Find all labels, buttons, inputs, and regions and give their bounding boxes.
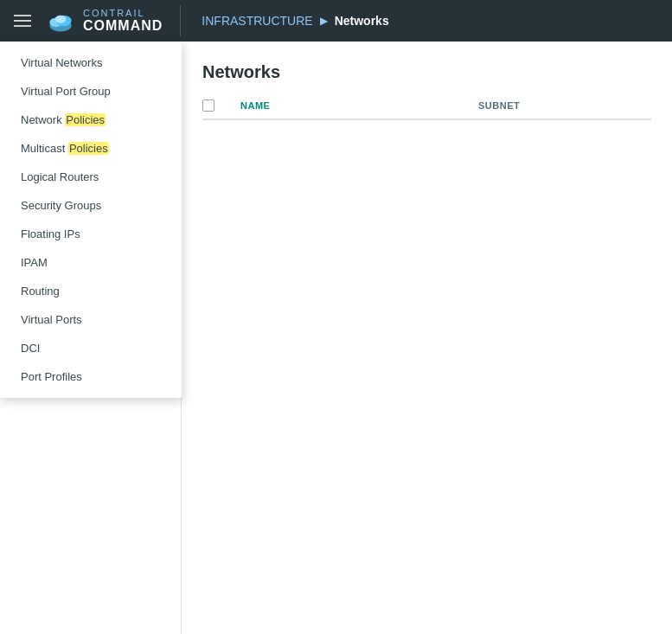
- dropdown-item-virtual-port-group[interactable]: Virtual Port Group: [0, 77, 182, 106]
- highlight-policies: Policies: [68, 142, 109, 155]
- hamburger-menu-icon[interactable]: [14, 15, 31, 27]
- dropdown-item-label: Logical Routers: [21, 170, 99, 183]
- dropdown-wrapper: Virtual Networks Virtual Port Group Netw…: [182, 42, 363, 634]
- dropdown-item-security-groups[interactable]: Security Groups: [0, 191, 182, 220]
- dropdown-item-label: Virtual Ports: [21, 313, 82, 326]
- dropdown-item-multicast-policies[interactable]: Multicast Policies: [0, 134, 182, 163]
- dropdown-item-virtual-ports[interactable]: Virtual Ports: [0, 305, 182, 334]
- dropdown-item-label: Multicast Policies: [21, 142, 109, 155]
- dropdown-item-label: Port Profiles: [21, 370, 82, 383]
- dropdown-item-dci[interactable]: DCI: [0, 334, 182, 362]
- dropdown-item-label: Routing: [21, 285, 60, 298]
- dropdown-item-virtual-networks[interactable]: Virtual Networks: [0, 48, 182, 77]
- content-area: Networks NAME SUBNET Virtual Networks Vi…: [182, 42, 672, 634]
- logo: CONTRAIL COMMAND: [45, 5, 181, 36]
- dropdown-item-label: Network Policies: [21, 113, 106, 126]
- svg-point-3: [55, 16, 67, 23]
- highlight-policies: Policies: [65, 113, 106, 126]
- dropdown-item-label: Floating IPs: [21, 227, 80, 240]
- main-layout: ✕ ☆ FAVORITES ▾ MONITORING › INFRASTRUCT…: [0, 42, 672, 634]
- dropdown-item-label: Virtual Networks: [21, 56, 102, 69]
- dropdown-item-network-policies[interactable]: Network Policies: [0, 106, 182, 134]
- dropdown-item-ipam[interactable]: IPAM: [0, 248, 182, 277]
- dropdown-item-label: Security Groups: [21, 199, 101, 212]
- dropdown-item-label: IPAM: [21, 256, 48, 269]
- breadcrumb-current: Networks: [335, 14, 389, 28]
- dropdown-item-routing[interactable]: Routing: [0, 277, 182, 305]
- dropdown-menu: Virtual Networks Virtual Port Group Netw…: [0, 42, 182, 398]
- logo-command: COMMAND: [83, 18, 163, 34]
- col-subnet-header: SUBNET: [478, 100, 651, 111]
- logo-text: CONTRAIL COMMAND: [83, 8, 163, 34]
- breadcrumb-arrow: ▶: [320, 15, 328, 27]
- breadcrumb-infrastructure[interactable]: INFRASTRUCTURE: [202, 14, 312, 28]
- topbar: CONTRAIL COMMAND INFRASTRUCTURE ▶ Networ…: [0, 0, 672, 42]
- dropdown-item-floating-ips[interactable]: Floating IPs: [0, 220, 182, 248]
- dropdown-item-port-profiles[interactable]: Port Profiles: [0, 362, 182, 391]
- cloud-icon: [45, 5, 76, 36]
- breadcrumb: INFRASTRUCTURE ▶ Networks: [202, 14, 388, 28]
- dropdown-item-label: Virtual Port Group: [21, 85, 111, 98]
- dropdown-item-label: DCI: [21, 342, 40, 355]
- dropdown-item-logical-routers[interactable]: Logical Routers: [0, 163, 182, 191]
- logo-contrail: CONTRAIL: [83, 8, 163, 18]
